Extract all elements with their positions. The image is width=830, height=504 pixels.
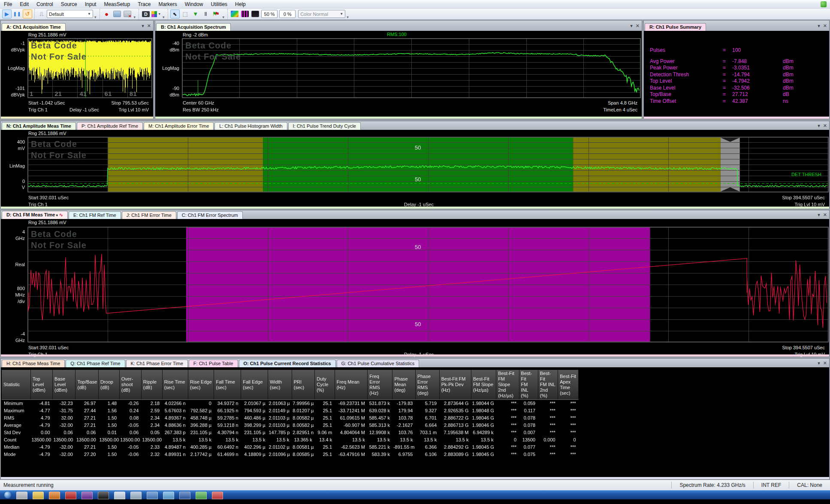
color-mode-dropdown[interactable]: Color Normal▼	[298, 10, 345, 18]
table-cell: 0.06	[53, 429, 75, 436]
acquisition-time-plot[interactable]	[27, 38, 152, 98]
restart-icon[interactable]: ↺	[23, 9, 32, 18]
taskbar-icon[interactable]	[147, 492, 158, 499]
band-markers-icon[interactable]: ‖	[201, 9, 211, 18]
summary-row-pulses: Pulses=100	[650, 47, 809, 53]
taskbar-icon[interactable]	[98, 492, 109, 499]
table-cell: Maximum	[2, 407, 30, 414]
taskbar-icon[interactable]	[81, 492, 93, 499]
taskbar-icon[interactable]	[179, 492, 190, 499]
close-icon[interactable]: ✕	[823, 23, 827, 29]
tab-acquisition-time[interactable]: A: Ch1 Acquisition Time	[2, 23, 66, 31]
minimize-icon[interactable]: ▾	[818, 212, 820, 218]
table-cell: 179.94	[392, 407, 415, 414]
tab-pulse-summary[interactable]: R: Ch1 Pulse Summary	[645, 23, 706, 31]
toolbar-overflow-icon[interactable]: ▾	[93, 15, 98, 19]
start-button[interactable]	[4, 492, 11, 498]
menu-markers[interactable]: Markers	[154, 0, 181, 8]
taskbar-icon[interactable]	[16, 492, 27, 499]
minimize-icon[interactable]: ▾	[818, 23, 820, 29]
table-cell: 2.01063 µ	[268, 400, 292, 407]
close-icon[interactable]: ✕	[823, 123, 827, 129]
close-icon[interactable]: ✕	[823, 212, 827, 218]
image-delete-icon[interactable]: ✕	[123, 9, 132, 18]
column-header: Best-Fit Apex Time (sec)	[558, 370, 579, 400]
table-cell: 2.01149 µ	[268, 407, 292, 414]
trigger-icon[interactable]: ⎍	[37, 9, 46, 18]
marker-down-icon[interactable]: ▼	[191, 9, 200, 18]
taskbar-icon[interactable]	[33, 492, 44, 499]
taskbar-icon[interactable]	[130, 492, 142, 499]
tab-g[interactable]: G: Ch1 Pulse Cumulative Statistics	[337, 360, 420, 367]
tab-j[interactable]: J: Ch1 FM Error Time	[122, 211, 176, 219]
taskbar-icon[interactable]	[65, 492, 76, 499]
taskbar-icon[interactable]	[163, 492, 174, 499]
menu-file[interactable]: File	[0, 0, 16, 8]
threshold-percent-field[interactable]: 0 %	[279, 10, 296, 18]
tab-p[interactable]: P: Ch1 Amplitude Ref Time	[77, 122, 143, 130]
toolbar-overflow-icon[interactable]: ▾	[133, 15, 137, 19]
record-icon[interactable]: ●	[102, 9, 112, 18]
tab-o[interactable]: O: Ch1 Pulse Current Record Statistics	[239, 360, 336, 367]
tab-i[interactable]: I: Ch1 Pulse Trend Duty Cycle	[288, 122, 361, 130]
close-icon[interactable]: ✕	[147, 23, 151, 29]
toolbar-overflow-icon[interactable]: ▾	[161, 15, 166, 19]
amplitude-plot[interactable]	[27, 137, 829, 192]
tabstrip-a: A: Ch1 Acquisition Time ▾ ✕	[1, 21, 153, 31]
tab-acquisition-spectrum[interactable]: B: Ch1 Acquisition Spectrum	[156, 23, 231, 31]
taskbar-icon[interactable]	[49, 492, 60, 499]
tab-n[interactable]: N: Ch1 Amplitude Meas Time	[2, 122, 76, 130]
spectrogram-icon[interactable]	[230, 9, 239, 18]
acquisition-spectrum-plot[interactable]	[182, 38, 641, 98]
tabstrip-fm: D: Ch1 FM Meas Time ▾ ∿E: Ch1 FM Ref Tim…	[1, 210, 829, 219]
table-cell: 8.01207 µ	[292, 407, 314, 414]
minimize-icon[interactable]: ▾	[142, 23, 144, 29]
play-icon[interactable]: ▶	[2, 9, 12, 18]
menu-trace[interactable]: Trace	[134, 0, 154, 8]
close-icon[interactable]: ✕	[636, 23, 640, 29]
menu-source[interactable]: Source	[57, 0, 81, 8]
tab-q[interactable]: Q: Ch1 Phase Ref Time	[66, 360, 125, 367]
spectrum-display-icon[interactable]	[251, 9, 260, 18]
tab-c[interactable]: C: Ch1 FM Error Spectrum	[177, 211, 243, 219]
marquee-zoom-icon[interactable]: ⬚	[181, 9, 190, 18]
menu-utilities[interactable]: Utilities	[207, 0, 231, 8]
minimize-icon[interactable]: ▾	[818, 123, 820, 129]
menu-help[interactable]: Help	[231, 0, 250, 8]
column-header: Base Level (dBm)	[53, 370, 75, 400]
menu-meassetup[interactable]: MeasSetup	[100, 0, 134, 8]
data-icon[interactable]: D	[141, 9, 151, 18]
flag-marker-icon[interactable]: ⚑⚑	[211, 9, 221, 18]
toolbar-overflow-icon[interactable]: ▾	[345, 15, 350, 19]
tab-h[interactable]: H: Ch1 Phase Meas Time	[2, 360, 65, 367]
fm-plot[interactable]	[27, 227, 829, 342]
pause-icon[interactable]: ❚❚	[12, 9, 22, 18]
table-cell: 4.804064 M	[335, 429, 368, 436]
toolbar-overflow-icon[interactable]: ▾	[221, 15, 226, 19]
taskbar-icon[interactable]	[212, 492, 223, 499]
cursor-icon[interactable]: ⬉	[170, 9, 180, 18]
minimize-icon[interactable]: ▾	[818, 360, 820, 366]
minimize-icon[interactable]: ▾	[630, 23, 633, 29]
tab-e[interactable]: E: Ch1 FM Ref Time	[69, 211, 121, 219]
tab-f[interactable]: F: Ch1 Pulse Table	[189, 360, 238, 367]
taskbar-icon[interactable]	[196, 492, 207, 499]
range-label: Rng -2 dBm	[183, 32, 208, 37]
menu-window[interactable]: Window	[181, 0, 207, 8]
digital-persistence-icon[interactable]	[240, 9, 250, 18]
tab-d[interactable]: D: Ch1 FM Meas Time ▾ ∿	[2, 211, 68, 219]
layout-grid-icon[interactable]: ▼	[151, 9, 161, 18]
menu-control[interactable]: Control	[33, 0, 57, 8]
menu-edit[interactable]: Edit	[16, 0, 33, 8]
menu-input[interactable]: Input	[81, 0, 100, 8]
preset-dropdown[interactable]: Default▼	[47, 10, 93, 18]
stop-label: Stop 394.5507 uSec	[782, 195, 825, 200]
tab-l[interactable]: L: Ch1 Pulse Histogram Width	[214, 122, 287, 130]
tab-k[interactable]: K: Ch1 Phase Error Time	[126, 360, 188, 367]
close-icon[interactable]: ✕	[823, 360, 827, 366]
persistence-percent-field[interactable]: 50 %	[261, 10, 278, 18]
taskbar-icon[interactable]	[114, 492, 125, 499]
tab-m[interactable]: M: Ch1 Amplitude Error Time	[144, 122, 214, 130]
table-cell: 9.327	[415, 407, 439, 414]
image-icon[interactable]	[112, 9, 122, 18]
